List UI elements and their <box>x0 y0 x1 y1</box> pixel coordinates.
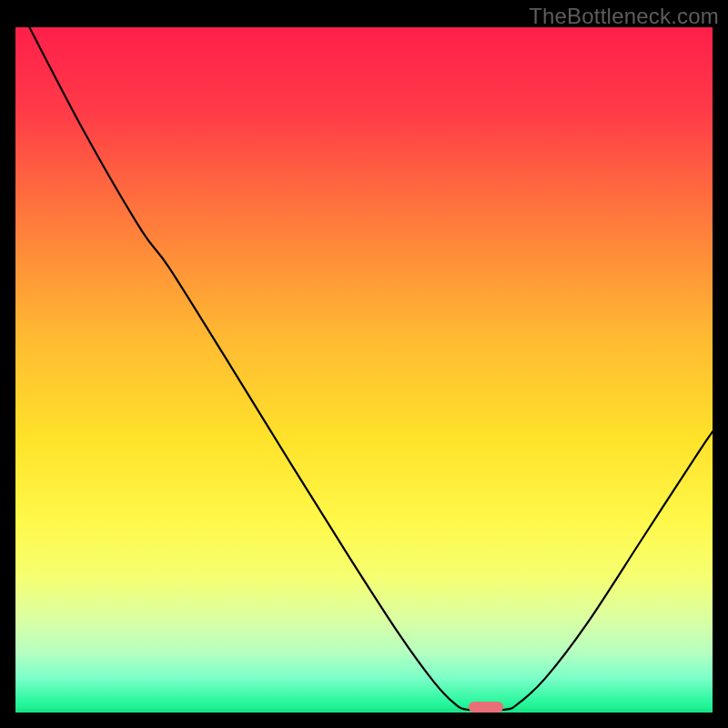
watermark-text: TheBottleneck.com <box>529 4 719 29</box>
optimal-marker <box>469 702 503 713</box>
plot-area <box>15 27 713 713</box>
chart-frame: TheBottleneck.com <box>0 0 728 728</box>
baseline-strip <box>15 709 713 713</box>
gradient-background <box>15 27 713 713</box>
bottleneck-curve-svg <box>15 27 713 713</box>
